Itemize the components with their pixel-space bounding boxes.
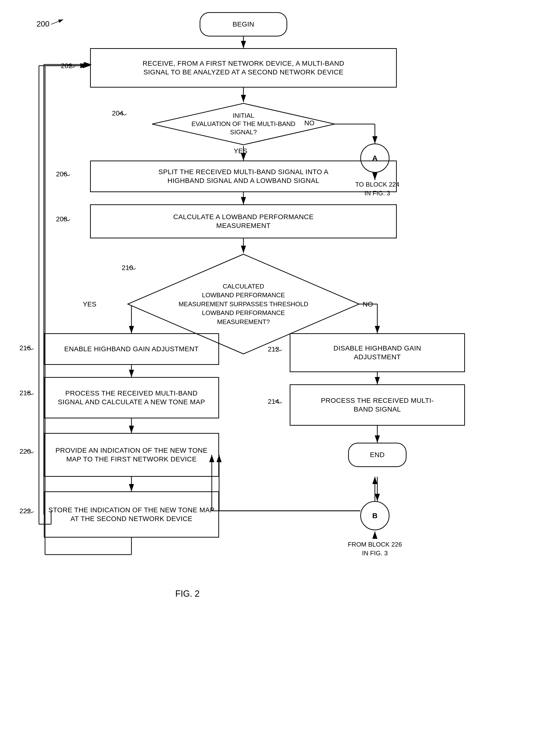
block-208-indicator (63, 217, 70, 222)
block-204-yes: YES (234, 147, 247, 155)
diagram-number-arrow (49, 17, 68, 27)
svg-line-29 (51, 19, 63, 24)
block-214-indicator (274, 399, 282, 404)
block-210-text: CALCULATED LOWBAND PERFORMANCE MEASUREME… (174, 280, 313, 329)
block-210-indicator (129, 266, 136, 271)
block-204-indicator (119, 111, 127, 116)
block-214: PROCESS THE RECEIVED MULTI- BAND SIGNAL (290, 384, 465, 426)
begin-block: BEGIN (200, 12, 287, 36)
block-220: PROVIDE AN INDICATION OF THE NEW TONE MA… (44, 433, 219, 477)
end-block: END (348, 443, 406, 467)
diagram-number: 200 (36, 19, 49, 28)
block-206-indicator (63, 172, 70, 177)
block-222-indicator (26, 509, 34, 514)
block-210-yes: YES (83, 300, 97, 308)
block-212: DISABLE HIGHBAND GAIN ADJUSTMENT (290, 333, 465, 372)
block-220-indicator (26, 449, 34, 454)
block-222: STORE THE INDICATION OF THE NEW TONE MAP… (44, 491, 219, 538)
block-210-no: NO (363, 300, 373, 308)
block-204-text: INITIAL EVALUATION OF THE MULTI-BAND SIG… (186, 109, 300, 139)
figure-label: FIG. 2 (175, 589, 200, 599)
block-212-indicator (274, 347, 282, 352)
block-208: CALCULATE A LOWBAND PERFORMANCE MEASUREM… (90, 204, 397, 238)
connector-b: B (360, 501, 390, 530)
flowchart-diagram: 200 BEGIN RECEIVE, FROM A FIRST NETWORK … (0, 0, 537, 756)
block-202-indicator (68, 64, 75, 69)
block-216: ENABLE HIGHBAND GAIN ADJUSTMENT (44, 333, 219, 365)
block-202: RECEIVE, FROM A FIRST NETWORK DEVICE, A … (90, 48, 397, 88)
block-206: SPLIT THE RECEIVED MULTI-BAND SIGNAL INT… (90, 161, 397, 192)
block-216-indicator (26, 346, 34, 351)
block-218: PROCESS THE RECEIVED MULTI-BAND SIGNAL A… (44, 377, 219, 418)
from-block-226-text: FROM BLOCK 226IN FIG. 3 (336, 540, 414, 558)
block-218-indicator (26, 391, 34, 396)
block-204-no: NO (304, 119, 314, 127)
